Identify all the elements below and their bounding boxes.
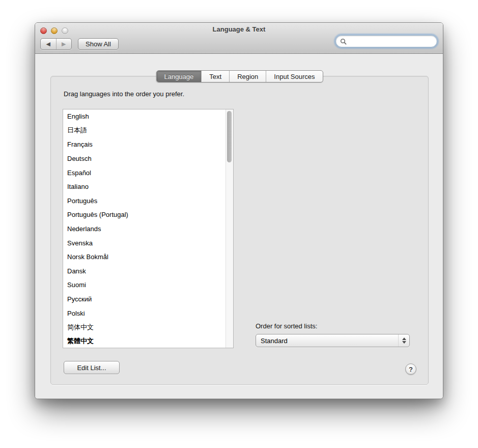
title-bar[interactable]: Language & Text ◀ ▶ Show All xyxy=(35,23,443,54)
sort-order-label: Order for sorted lists: xyxy=(256,322,317,330)
edit-list-button[interactable]: Edit List... xyxy=(64,361,120,374)
scrollbar-track[interactable] xyxy=(226,109,233,348)
language-list-item[interactable]: Polski xyxy=(63,306,226,320)
language-list-item[interactable]: Svenska xyxy=(63,236,226,250)
desktop: Language & Text ◀ ▶ Show All xyxy=(0,0,478,448)
language-list-item[interactable]: Norsk Bokmål xyxy=(63,250,226,264)
language-list-item[interactable]: Nederlands xyxy=(63,222,226,236)
language-list-item[interactable]: Português xyxy=(63,194,226,208)
language-list[interactable]: English日本語FrançaisDeutschEspañolItaliano… xyxy=(63,109,234,348)
sort-order-select[interactable]: Standard xyxy=(256,334,410,347)
tab-text[interactable]: Text xyxy=(202,71,230,82)
back-arrow-icon: ◀ xyxy=(46,41,50,47)
language-list-item[interactable]: Dansk xyxy=(63,264,226,278)
show-all-button[interactable]: Show All xyxy=(78,38,119,50)
language-list-item[interactable]: 简体中文 xyxy=(63,320,226,334)
language-list-item[interactable]: Deutsch xyxy=(63,152,226,166)
tab-language[interactable]: Language xyxy=(156,71,202,82)
search-input[interactable] xyxy=(349,38,438,45)
sort-order-value: Standard xyxy=(256,337,398,345)
language-list-item[interactable]: 日本語 xyxy=(63,124,226,138)
language-list-item[interactable]: English xyxy=(63,109,226,124)
back-forward-control: ◀ ▶ xyxy=(40,38,72,50)
language-list-item[interactable]: Suomi xyxy=(63,278,226,292)
content-area: Language Text Region Input Sources Drag … xyxy=(35,54,443,399)
language-list-item[interactable]: Español xyxy=(63,165,226,180)
forward-arrow-icon: ▶ xyxy=(62,41,66,47)
search-icon xyxy=(340,38,347,45)
tab-input-sources[interactable]: Input Sources xyxy=(266,71,322,82)
language-list-item[interactable]: Português (Portugal) xyxy=(63,208,226,222)
language-and-text-window: Language & Text ◀ ▶ Show All xyxy=(35,22,443,399)
search-field[interactable] xyxy=(335,35,437,47)
language-list-item[interactable]: 繁體中文 xyxy=(63,334,226,348)
language-list-item[interactable]: Italiano xyxy=(63,180,226,194)
language-list-item[interactable]: Русский xyxy=(63,292,226,306)
scrollbar-thumb[interactable] xyxy=(227,111,232,162)
instruction-text: Drag languages into the order you prefer… xyxy=(64,90,184,98)
language-pane: Language Text Region Input Sources Drag … xyxy=(50,76,429,385)
language-list-rows: English日本語FrançaisDeutschEspañolItaliano… xyxy=(63,109,226,348)
window-title: Language & Text xyxy=(35,25,443,33)
language-list-item[interactable]: Français xyxy=(63,137,226,152)
forward-button[interactable]: ▶ xyxy=(57,39,72,49)
help-button[interactable]: ? xyxy=(405,363,416,375)
back-button[interactable]: ◀ xyxy=(41,39,57,49)
popup-arrows-icon xyxy=(398,334,409,347)
tab-bar: Language Text Region Input Sources xyxy=(156,70,323,82)
tab-region[interactable]: Region xyxy=(230,71,266,82)
